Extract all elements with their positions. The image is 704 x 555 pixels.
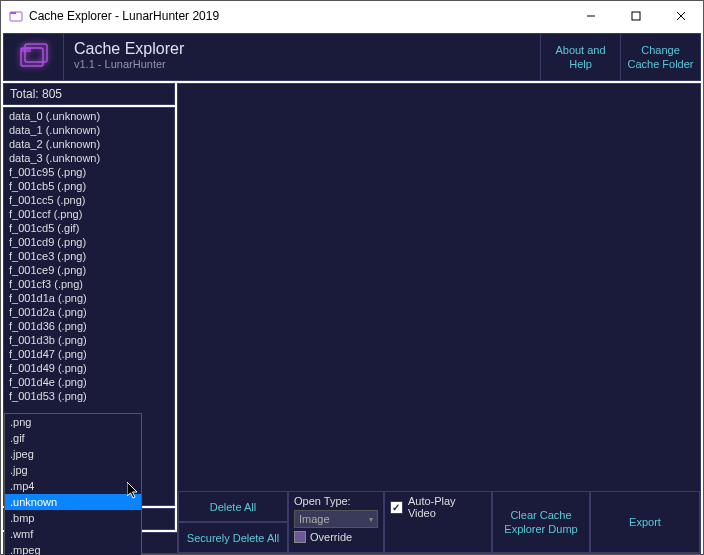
dropdown-option[interactable]: .mpeg bbox=[5, 542, 141, 555]
app-window: Cache Explorer - LunarHunter 2019 Cache … bbox=[0, 0, 704, 555]
open-type-panel: Open Type: Image ▾ Override bbox=[288, 491, 384, 553]
preview-pane: Delete All Securely Delete All Open Type… bbox=[177, 83, 701, 554]
dropdown-option[interactable]: .mp4 bbox=[5, 478, 141, 494]
dropdown-option[interactable]: .bmp bbox=[5, 510, 141, 526]
open-type-value: Image bbox=[299, 513, 330, 525]
list-item[interactable]: f_001d3b (.png) bbox=[5, 333, 173, 347]
app-icon bbox=[9, 9, 23, 23]
window-controls bbox=[568, 1, 703, 31]
maximize-button[interactable] bbox=[613, 1, 658, 31]
list-item[interactable]: f_001cf3 (.png) bbox=[5, 277, 173, 291]
minimize-button[interactable] bbox=[568, 1, 613, 31]
app-title: Cache Explorer bbox=[74, 40, 530, 58]
app-subtitle: v1.1 - LunarHunter bbox=[74, 58, 530, 70]
dropdown-option[interactable]: .gif bbox=[5, 430, 141, 446]
list-item[interactable]: f_001d49 (.png) bbox=[5, 361, 173, 375]
autoplay-checkbox[interactable]: ✓ bbox=[390, 501, 403, 514]
svg-rect-3 bbox=[632, 12, 640, 20]
list-item[interactable]: f_001ccf (.png) bbox=[5, 207, 173, 221]
list-item[interactable]: f_001cc5 (.png) bbox=[5, 193, 173, 207]
dropdown-option[interactable]: .jpg bbox=[5, 462, 141, 478]
list-item[interactable]: f_001cd5 (.gif) bbox=[5, 221, 173, 235]
list-item[interactable]: f_001d36 (.png) bbox=[5, 319, 173, 333]
bottom-toolbar: Delete All Securely Delete All Open Type… bbox=[178, 491, 700, 553]
list-item[interactable]: data_3 (.unknown) bbox=[5, 151, 173, 165]
list-item[interactable]: f_001cd9 (.png) bbox=[5, 235, 173, 249]
export-button[interactable]: Export bbox=[590, 491, 700, 553]
open-type-select[interactable]: Image ▾ bbox=[294, 510, 378, 528]
dropdown-option[interactable]: .png bbox=[5, 414, 141, 430]
about-help-button[interactable]: About and Help bbox=[540, 34, 620, 80]
filter-dropdown-list[interactable]: .png.gif.jpeg.jpg.mp4.unknown.bmp.wmf.mp… bbox=[4, 413, 142, 555]
autoplay-panel: ✓ Auto-Play Video bbox=[384, 491, 492, 553]
list-item[interactable]: data_2 (.unknown) bbox=[5, 137, 173, 151]
list-item[interactable]: f_001c95 (.png) bbox=[5, 165, 173, 179]
override-checkbox[interactable] bbox=[294, 531, 306, 543]
delete-all-button[interactable]: Delete All bbox=[178, 491, 288, 522]
list-item[interactable]: data_0 (.unknown) bbox=[5, 109, 173, 123]
open-type-label: Open Type: bbox=[294, 495, 378, 507]
list-item[interactable]: f_001d47 (.png) bbox=[5, 347, 173, 361]
override-checkbox-row[interactable]: Override bbox=[294, 531, 378, 543]
svg-rect-1 bbox=[10, 12, 16, 14]
chevron-down-icon: ▾ bbox=[369, 515, 373, 524]
list-item[interactable]: f_001cb5 (.png) bbox=[5, 179, 173, 193]
window-title: Cache Explorer - LunarHunter 2019 bbox=[29, 9, 568, 23]
list-item[interactable]: f_001d4e (.png) bbox=[5, 375, 173, 389]
close-button[interactable] bbox=[658, 1, 703, 31]
list-item[interactable]: f_001d1a (.png) bbox=[5, 291, 173, 305]
change-cache-folder-button[interactable]: Change Cache Folder bbox=[620, 34, 700, 80]
preview-canvas bbox=[178, 84, 700, 491]
list-item[interactable]: data_1 (.unknown) bbox=[5, 123, 173, 137]
header-logo bbox=[4, 34, 64, 80]
dropdown-option[interactable]: .unknown bbox=[5, 494, 141, 510]
list-item[interactable]: f_001ce9 (.png) bbox=[5, 263, 173, 277]
list-item[interactable]: f_001d2a (.png) bbox=[5, 305, 173, 319]
override-label: Override bbox=[310, 531, 352, 543]
header-bar: Cache Explorer v1.1 - LunarHunter About … bbox=[3, 33, 701, 81]
titlebar: Cache Explorer - LunarHunter 2019 bbox=[1, 1, 703, 31]
svg-rect-8 bbox=[21, 48, 31, 52]
list-item[interactable]: f_001d53 (.png) bbox=[5, 389, 173, 403]
securely-delete-all-button[interactable]: Securely Delete All bbox=[178, 522, 288, 553]
list-item[interactable]: f_001ce3 (.png) bbox=[5, 249, 173, 263]
dropdown-option[interactable]: .wmf bbox=[5, 526, 141, 542]
delete-actions: Delete All Securely Delete All bbox=[178, 491, 288, 553]
autoplay-checkbox-row[interactable]: ✓ Auto-Play Video bbox=[390, 495, 486, 519]
clear-cache-button[interactable]: Clear Cache Explorer Dump bbox=[492, 491, 590, 553]
total-count: Total: 805 bbox=[3, 83, 175, 105]
header-title-block: Cache Explorer v1.1 - LunarHunter bbox=[64, 34, 540, 80]
dropdown-option[interactable]: .jpeg bbox=[5, 446, 141, 462]
autoplay-label: Auto-Play Video bbox=[408, 495, 486, 519]
